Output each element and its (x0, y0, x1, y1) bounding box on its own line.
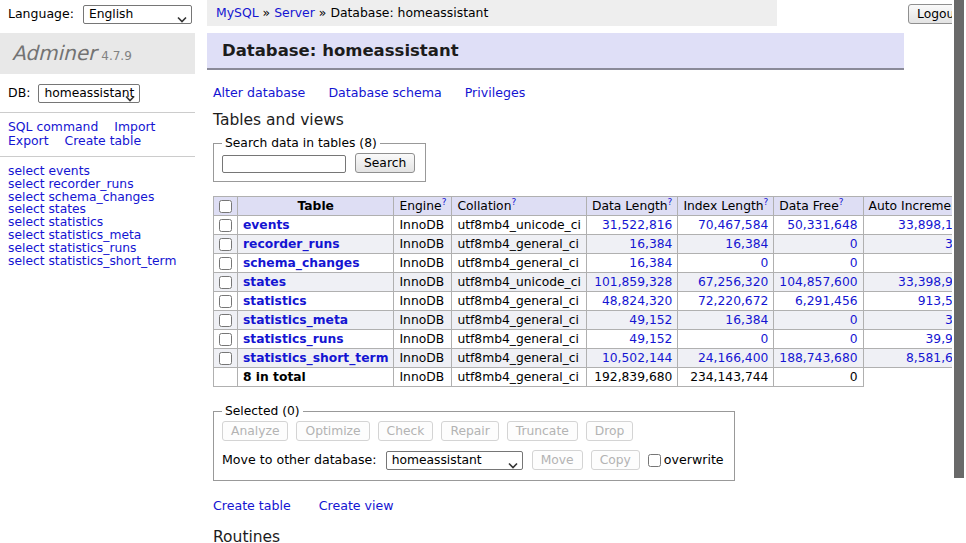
scrollbar[interactable] (952, 0, 966, 543)
help-link[interactable]: ? (668, 197, 673, 207)
truncate-button[interactable]: Truncate (507, 421, 578, 441)
index-length-link[interactable]: 16,384 (725, 313, 768, 327)
row-checkbox[interactable] (219, 257, 232, 270)
engine-cell: InnoDB (394, 330, 452, 349)
row-checkbox[interactable] (219, 314, 232, 327)
data-free-link[interactable]: 104,857,600 (779, 275, 857, 289)
breadcrumb-separator: » (319, 5, 327, 20)
row-checkbox[interactable] (219, 276, 232, 289)
data-length-link[interactable]: 48,824,320 (602, 294, 672, 308)
analyze-button[interactable]: Analyze (222, 421, 288, 441)
index-length-link[interactable]: 24,166,400 (698, 351, 768, 365)
table-row: statistics_runs InnoDB utf8mb4_general_c… (214, 330, 966, 349)
total-data-free: 0 (774, 368, 863, 387)
table-row: events InnoDB utf8mb4_unicode_ci 31,522,… (214, 216, 966, 235)
scrollbar-thumb[interactable] (954, 0, 964, 478)
row-checkbox[interactable] (219, 295, 232, 308)
index-length-link[interactable]: 16,384 (725, 237, 768, 251)
chevron-down-icon (125, 90, 135, 107)
repair-button[interactable]: Repair (441, 421, 498, 441)
data-length-link[interactable]: 16,384 (629, 256, 672, 270)
sidebar-item-statistics-short-term[interactable]: select statistics_short_term (8, 255, 195, 268)
create-table-link[interactable]: Create table (213, 498, 291, 513)
table-link[interactable]: states (243, 275, 286, 289)
optimize-button[interactable]: Optimize (296, 421, 369, 441)
collation-cell: utf8mb4_unicode_ci (452, 273, 587, 292)
table-header-row: Table Engine? Collation? Data Length? In… (214, 197, 966, 216)
collation-cell: utf8mb4_general_ci (452, 330, 587, 349)
table-link[interactable]: statistics_meta (243, 313, 348, 327)
data-free-link[interactable]: 0 (850, 256, 858, 270)
help-link[interactable]: ? (511, 197, 516, 207)
create-view-link[interactable]: Create view (319, 498, 394, 513)
search-input[interactable] (222, 155, 346, 173)
collation-cell: utf8mb4_general_ci (452, 254, 587, 273)
table-link[interactable]: recorder_runs (243, 237, 339, 251)
data-free-link[interactable]: 0 (850, 313, 858, 327)
row-checkbox[interactable] (219, 219, 232, 232)
total-label: 8 in total (238, 368, 394, 387)
sidebar-item-statistics-meta[interactable]: select statistics_meta (8, 229, 195, 242)
index-length-link[interactable]: 0 (761, 256, 769, 270)
data-length-link[interactable]: 16,384 (629, 237, 672, 251)
table-link[interactable]: statistics (243, 294, 307, 308)
create-table-link[interactable]: Create table (65, 133, 142, 148)
table-row: statistics InnoDB utf8mb4_general_ci 48,… (214, 292, 966, 311)
drop-button[interactable]: Drop (586, 421, 634, 441)
row-checkbox[interactable] (219, 333, 232, 346)
select-all-checkbox[interactable] (219, 200, 232, 213)
index-length-link[interactable]: 72,220,672 (698, 294, 768, 308)
db-select[interactable]: homeassistant (38, 84, 140, 103)
engine-cell: InnoDB (394, 368, 452, 387)
db-label: DB: (8, 85, 30, 100)
sidebar-item-recorder-runs[interactable]: select recorder_runs (8, 178, 195, 191)
sidebar-item-statistics-runs[interactable]: select statistics_runs (8, 242, 195, 255)
breadcrumb-mysql-link[interactable]: MySQL (216, 5, 259, 20)
help-link[interactable]: ? (764, 197, 769, 207)
help-link[interactable]: ? (442, 197, 447, 207)
help-link[interactable]: ? (839, 197, 844, 207)
table-link[interactable]: events (243, 218, 290, 232)
data-free-link[interactable]: 6,291,456 (795, 294, 858, 308)
export-link[interactable]: Export (8, 133, 49, 148)
collation-cell: utf8mb4_general_ci (452, 235, 587, 254)
alter-database-link[interactable]: Alter database (213, 85, 305, 100)
row-checkbox[interactable] (219, 352, 232, 365)
index-length-link[interactable]: 70,467,584 (698, 218, 768, 232)
database-schema-link[interactable]: Database schema (328, 85, 441, 100)
data-length-link[interactable]: 49,152 (629, 332, 672, 346)
sql-command-link[interactable]: SQL command (8, 119, 98, 134)
db-select-value: homeassistant (44, 86, 134, 100)
overwrite-checkbox[interactable] (648, 454, 661, 467)
table-link[interactable]: schema_changes (243, 256, 360, 270)
sidebar-item-events[interactable]: select events (8, 165, 195, 178)
table-row: statistics_meta InnoDB utf8mb4_general_c… (214, 311, 966, 330)
column-header-auto-increment: Auto Increment? (863, 197, 966, 216)
data-free-link[interactable]: 50,331,648 (787, 218, 857, 232)
data-free-link[interactable]: 0 (850, 237, 858, 251)
breadcrumb-server-link[interactable]: Server (274, 5, 315, 20)
copy-button[interactable]: Copy (591, 450, 640, 470)
page-title: Database: homeassistant (207, 33, 904, 70)
data-free-link[interactable]: 0 (850, 332, 858, 346)
total-data-length: 192,839,680 (586, 368, 677, 387)
privileges-link[interactable]: Privileges (465, 85, 526, 100)
search-button[interactable]: Search (355, 153, 415, 173)
language-select[interactable]: English (83, 5, 192, 24)
move-database-select[interactable]: homeassistant (386, 451, 523, 470)
data-length-link[interactable]: 49,152 (629, 313, 672, 327)
sidebar-table-list: select events select recorder_runs selec… (0, 157, 195, 275)
table-link[interactable]: statistics_runs (243, 332, 344, 346)
data-length-link[interactable]: 31,522,816 (602, 218, 672, 232)
data-length-link[interactable]: 10,502,144 (602, 351, 672, 365)
index-length-link[interactable]: 67,256,320 (698, 275, 768, 289)
data-length-link[interactable]: 101,859,328 (594, 275, 672, 289)
import-link[interactable]: Import (114, 119, 155, 134)
check-button[interactable]: Check (378, 421, 434, 441)
index-length-link[interactable]: 0 (761, 332, 769, 346)
row-checkbox[interactable] (219, 238, 232, 251)
data-free-link[interactable]: 188,743,680 (779, 351, 857, 365)
engine-cell: InnoDB (394, 349, 452, 368)
table-link[interactable]: statistics_short_term (243, 351, 388, 365)
move-button[interactable]: Move (532, 450, 583, 470)
